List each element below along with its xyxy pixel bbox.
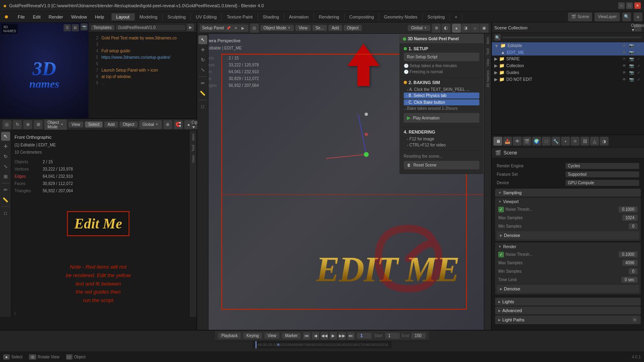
oi-cam-editme[interactable]: 📷 <box>629 50 634 55</box>
max-samples-r-value[interactable]: 4096 <box>622 260 638 266</box>
tool-cursor[interactable]: ↖ <box>1 132 10 141</box>
current-frame-input[interactable]: 1 <box>357 333 372 339</box>
prop-tab-constraints[interactable]: ⛓ <box>580 137 589 146</box>
outliner-search-input[interactable] <box>502 37 642 38</box>
start-frame-input[interactable]: 1 <box>385 333 400 339</box>
prop-tab-data[interactable]: △ <box>590 137 599 146</box>
left-add-btn[interactable]: Add <box>104 121 118 128</box>
center-xray-btn[interactable]: ◐ <box>442 24 450 33</box>
center-tool-add[interactable]: □ <box>198 102 207 111</box>
play-reverse-btn[interactable]: ◀◀ <box>321 332 328 339</box>
workspace-tab-rendering[interactable]: Rendering <box>314 13 345 21</box>
left-object-mode-btn[interactable]: Object Mode▼ <box>44 119 67 130</box>
oi-eye-col[interactable]: 👁 <box>621 64 627 68</box>
tool-transform[interactable]: ⊞ <box>1 172 10 181</box>
min-samples-v-value[interactable]: 0 <box>629 223 638 229</box>
center-mode-icon[interactable]: ◎ <box>250 24 259 33</box>
outliner-item-editme[interactable]: ▲ EDIT_ME 👁 📷 ✓ <box>492 49 644 56</box>
render-menu[interactable]: Render <box>45 13 67 21</box>
left-vp-mode-icon4[interactable]: ⊞ <box>34 120 43 129</box>
prop-tab-world[interactable]: 🌍 <box>532 137 541 146</box>
prop-tab-scene[interactable]: 🎬 <box>522 137 531 146</box>
workspace-tab-geometry[interactable]: Geometry Nodes <box>379 13 423 21</box>
oi-cam-editable[interactable]: 📷 <box>629 43 634 48</box>
outliner-search-icon[interactable]: 🔍 <box>494 34 501 41</box>
workspace-tab-animation[interactable]: Animation <box>284 13 314 21</box>
n-panel-tool-center[interactable]: Tool <box>485 47 491 57</box>
shading-render-btn[interactable]: ○ <box>471 24 479 33</box>
workspace-tab-shading[interactable]: Shading <box>258 13 284 21</box>
sp-run-script-btn[interactable]: Run Setup Script <box>404 53 479 61</box>
edit-menu[interactable]: Edit <box>29 13 45 21</box>
center-tool-cursor[interactable]: ↖ <box>198 35 207 44</box>
shading-solid-btn[interactable]: ● <box>452 24 461 33</box>
te-play-btn[interactable]: ▶ <box>187 24 194 31</box>
close-button[interactable]: ✕ <box>634 2 641 9</box>
oi-render-spare[interactable]: ✓ <box>636 57 642 61</box>
n-panel-item[interactable]: Item <box>190 132 196 142</box>
denoise-v-group[interactable]: ▶ Denoise <box>497 231 639 239</box>
left-vp-mode-icon[interactable]: ◎ <box>2 120 11 129</box>
tl-view-menu[interactable]: View <box>264 333 280 339</box>
end-frame-input[interactable]: 150 <box>411 333 426 339</box>
center-overlay-btn[interactable]: ⊕ <box>432 24 441 33</box>
tool-rotate[interactable]: ↻ <box>1 152 10 161</box>
next-keyframe-btn[interactable]: ▶▶ <box>339 332 346 339</box>
time-limit-value[interactable]: 0 sec <box>621 277 638 283</box>
window-menu[interactable]: Window <box>67 13 91 21</box>
workspace-tab-uv[interactable]: UV Editing <box>191 13 222 21</box>
oi-cam-col[interactable]: 📷 <box>629 64 634 68</box>
noise-thresh-r-checkbox[interactable]: ✓ <box>498 252 504 257</box>
setup-panel-close-btn[interactable]: ✕ <box>233 25 239 31</box>
center-tool-move[interactable]: ✛ <box>198 45 207 54</box>
oi-eye-editme[interactable]: 👁 <box>621 50 627 55</box>
filter-button[interactable]: ≡ <box>634 12 642 21</box>
n-panel-3dnames-center[interactable]: 3D Names <box>485 69 491 89</box>
center-tool-scale[interactable]: ⤡ <box>198 66 207 74</box>
noise-thresh-v-value[interactable]: 0.1000 <box>619 206 638 212</box>
left-transform-btn[interactable]: Global ▼ <box>139 120 162 129</box>
left-pivot-btn[interactable]: ⊕ <box>163 120 172 129</box>
oi-eye-guides[interactable]: 👁 <box>621 70 627 75</box>
n-panel-item-center[interactable]: Item <box>485 35 491 46</box>
render-sub-title-row[interactable]: ▼ Render <box>497 243 639 250</box>
oi-render-dne[interactable]: ✓ <box>636 77 642 82</box>
center-tool-rotate[interactable]: ↻ <box>198 56 207 64</box>
prop-tab-particles[interactable]: • <box>561 137 570 146</box>
sp-play-btn[interactable]: ▶ Play Animation <box>404 113 479 123</box>
workspace-tab-sculpting[interactable]: Sculpting <box>163 13 191 21</box>
n-panel-tool[interactable]: Tool <box>190 143 196 153</box>
denoise-r-group[interactable]: ▶ Denoise <box>497 285 639 293</box>
tl-marker-menu[interactable]: Marker <box>282 333 301 339</box>
maximize-button[interactable]: □ <box>626 2 633 9</box>
left-snap-btn[interactable]: 🧲 <box>174 120 183 129</box>
workspace-tab-compositing[interactable]: Compositing <box>345 13 379 21</box>
outliner-item-collection[interactable]: ▶ 📁 Collection 👁 📷 ✓ <box>492 62 644 69</box>
te-templates-btn[interactable]: Templates <box>91 25 114 30</box>
file-menu[interactable]: File <box>14 13 29 21</box>
workspace-tab-add[interactable]: + <box>450 13 462 21</box>
preview-cam-icon[interactable]: 📷 <box>80 23 88 31</box>
prop-tab-physics[interactable]: ⚛ <box>571 137 580 146</box>
tool-measure[interactable]: 📏 <box>1 195 10 204</box>
outliner-item-donotedeit[interactable]: ▶ 📁 DO NOT EDIT 👁 📷 ✓ <box>492 76 644 83</box>
noise-thresh-v-checkbox[interactable]: ✓ <box>498 207 504 212</box>
light-paths-options[interactable]: ≡ <box>632 317 638 323</box>
center-select-btn[interactable]: Se... <box>312 25 327 31</box>
advanced-group-title[interactable]: ▶ Advanced <box>495 306 641 315</box>
left-vp-mode-icon2[interactable]: ↻ <box>13 120 22 129</box>
sp-reset-btn[interactable]: 🗑 Reset Scene <box>404 161 479 169</box>
viewlayer-selector[interactable]: ViewLayer <box>594 12 620 21</box>
device-value[interactable]: GPU Compute <box>566 180 639 186</box>
feature-set-value[interactable]: Supported <box>566 171 639 177</box>
oi-eye-dne[interactable]: 👁 <box>621 77 627 82</box>
prop-tab-modifier[interactable]: 🔧 <box>551 137 560 146</box>
workspace-tab-texture[interactable]: Texture Paint <box>222 13 258 21</box>
center-tool-measure[interactable]: 📏 <box>198 89 207 98</box>
oi-render-editme[interactable]: ✓ <box>636 50 642 55</box>
left-select-btn[interactable]: Select <box>85 121 103 128</box>
minimize-button[interactable]: ─ <box>618 2 625 9</box>
scene-selector[interactable]: 🎬 Scene <box>568 12 592 21</box>
oi-render-guides[interactable]: ✓ <box>636 70 642 75</box>
prev-keyframe-btn[interactable]: ◀ <box>312 332 319 339</box>
